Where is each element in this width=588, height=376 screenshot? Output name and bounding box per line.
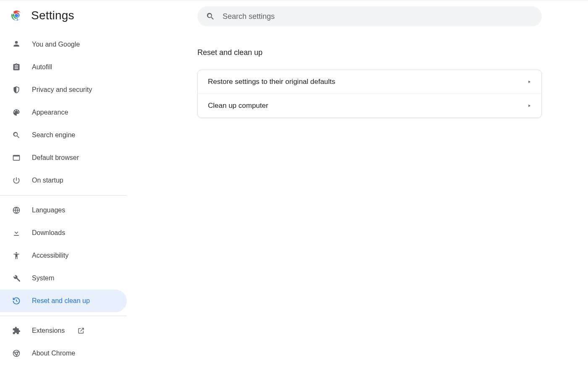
- search-icon: [206, 12, 215, 21]
- chevron-right-icon: [527, 80, 531, 84]
- svg-point-4: [16, 252, 17, 253]
- sidebar-item-label: Reset and clean up: [32, 297, 90, 305]
- sidebar-item-label: System: [32, 274, 54, 282]
- sidebar: Settings You and Google Autofill Privacy: [0, 0, 127, 376]
- search-icon: [12, 131, 21, 140]
- sidebar-item-search-engine[interactable]: Search engine: [0, 124, 127, 146]
- power-icon: [12, 176, 21, 185]
- clipboard-icon: [12, 63, 21, 72]
- chrome-logo-icon: [11, 10, 22, 21]
- sidebar-item-label: Downloads: [32, 229, 65, 237]
- extension-icon: [12, 326, 21, 335]
- sidebar-item-languages[interactable]: Languages: [0, 199, 127, 222]
- sidebar-item-reset[interactable]: Reset and clean up: [0, 290, 127, 312]
- restore-icon: [12, 296, 21, 306]
- download-icon: [12, 228, 21, 238]
- settings-card: Restore settings to their original defau…: [197, 70, 542, 118]
- sidebar-item-label: Accessibility: [32, 252, 68, 259]
- person-icon: [12, 40, 21, 49]
- main-content: Reset and clean up Restore settings to t…: [127, 0, 588, 376]
- sidebar-item-label: Default browser: [32, 154, 79, 162]
- sidebar-item-about[interactable]: About Chrome: [0, 342, 127, 365]
- sidebar-item-label: Languages: [32, 206, 65, 214]
- external-link-icon: [77, 327, 85, 334]
- sidebar-item-on-startup[interactable]: On startup: [0, 169, 127, 192]
- sidebar-nav: You and Google Autofill Privacy and secu…: [0, 31, 127, 365]
- sidebar-item-label: Search engine: [32, 131, 75, 139]
- reset-section: Reset and clean up Restore settings to t…: [197, 48, 542, 118]
- search-bar[interactable]: [197, 6, 542, 26]
- palette-icon: [12, 108, 21, 117]
- sidebar-item-extensions[interactable]: Extensions: [0, 319, 127, 342]
- wrench-icon: [12, 274, 21, 283]
- sidebar-item-system[interactable]: System: [0, 267, 127, 290]
- brand: Settings: [0, 5, 127, 31]
- sidebar-item-label: You and Google: [32, 41, 80, 48]
- sidebar-item-appearance[interactable]: Appearance: [0, 101, 127, 124]
- sidebar-item-label: Privacy and security: [32, 86, 92, 94]
- row-label: Clean up computer: [208, 102, 268, 110]
- shield-icon: [12, 85, 21, 94]
- sidebar-divider: [0, 316, 127, 316]
- sidebar-item-label: Appearance: [32, 109, 68, 116]
- sidebar-item-label: On startup: [32, 177, 63, 184]
- chevron-right-icon: [527, 104, 531, 108]
- globe-icon: [12, 206, 21, 215]
- sidebar-item-you-and-google[interactable]: You and Google: [0, 33, 127, 56]
- sidebar-item-label: About Chrome: [32, 350, 75, 357]
- sidebar-item-default-browser[interactable]: Default browser: [0, 146, 127, 169]
- row-clean-up-computer[interactable]: Clean up computer: [198, 94, 541, 118]
- search-input[interactable]: [223, 12, 533, 21]
- sidebar-divider: [0, 195, 127, 196]
- svg-point-2: [15, 14, 18, 17]
- sidebar-item-autofill[interactable]: Autofill: [0, 56, 127, 78]
- browser-icon: [12, 153, 21, 162]
- row-restore-defaults[interactable]: Restore settings to their original defau…: [198, 70, 541, 94]
- sidebar-item-accessibility[interactable]: Accessibility: [0, 244, 127, 267]
- chrome-outline-icon: [12, 349, 21, 358]
- row-label: Restore settings to their original defau…: [208, 78, 335, 86]
- sidebar-item-downloads[interactable]: Downloads: [0, 222, 127, 244]
- sidebar-item-label: Extensions: [32, 327, 65, 334]
- sidebar-item-privacy[interactable]: Privacy and security: [0, 78, 127, 101]
- section-title: Reset and clean up: [197, 48, 542, 57]
- page-title: Settings: [31, 9, 74, 22]
- sidebar-item-label: Autofill: [32, 63, 52, 71]
- accessibility-icon: [12, 251, 21, 260]
